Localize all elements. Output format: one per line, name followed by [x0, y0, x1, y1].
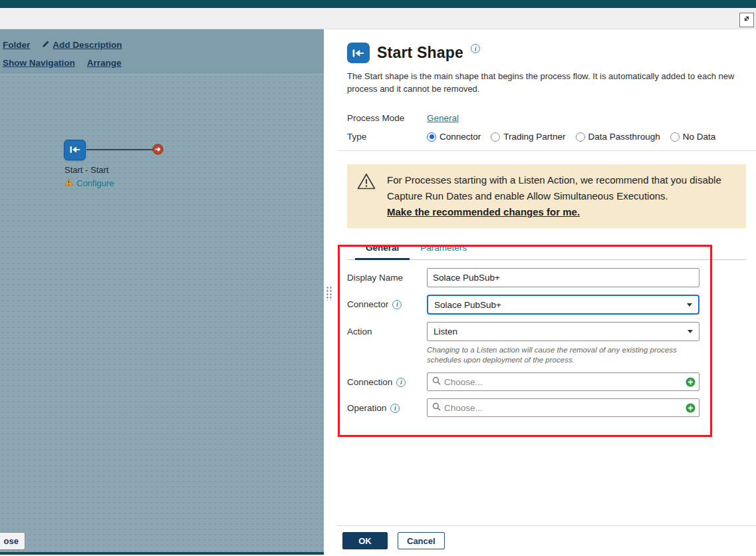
expand-diagonal-icon: [742, 14, 751, 26]
action-note: Changing to a Listen action will cause t…: [427, 345, 693, 365]
top-title-bar: [0, 0, 756, 8]
type-label: Type: [347, 132, 427, 142]
splitter-grip-icon[interactable]: [325, 285, 332, 301]
radio-button-icon: [576, 132, 585, 142]
radio-data-passthrough-label: Data Passthrough: [588, 132, 660, 142]
connector-shape-icon: [70, 144, 80, 156]
radio-button-icon: [427, 132, 436, 142]
arrow-circle-icon[interactable]: [152, 144, 164, 155]
search-icon: [432, 402, 441, 414]
display-name-row: Display Name: [347, 268, 746, 287]
radio-button-icon: [670, 132, 680, 142]
connection-row: Connection Choose...: [347, 372, 746, 391]
section-divider: [337, 150, 756, 151]
node-label: Start - Start: [64, 165, 108, 175]
general-form: Display Name Connector Solace PubSub+: [347, 268, 746, 417]
radio-trading-partner[interactable]: Trading Partner: [491, 132, 565, 142]
toolbar-strip: [0, 8, 756, 29]
type-radio-group: Connector Trading Partner Data Passthrou…: [427, 132, 715, 142]
operation-info-icon[interactable]: [390, 404, 400, 413]
panel-header: Start Shape: [347, 43, 746, 63]
connector-shape-icon: [347, 43, 370, 63]
listen-warning-banner: For Processes starting with a Listen Act…: [347, 164, 746, 228]
start-shape-node[interactable]: [64, 140, 86, 160]
title-info-icon[interactable]: [471, 44, 480, 53]
connector-label: Connector: [347, 295, 427, 309]
add-connection-button[interactable]: [686, 377, 695, 387]
action-select[interactable]: Listen: [427, 322, 699, 341]
page-title: Start Shape: [377, 43, 463, 63]
connector-info-icon[interactable]: [392, 300, 402, 309]
radio-no-data-label: No Data: [683, 132, 716, 142]
connector-row: Connector Solace PubSub+: [347, 295, 746, 315]
warning-text: For Processes starting with a Listen Act…: [387, 172, 734, 220]
search-icon: [432, 376, 441, 388]
shape-description: The Start shape is the main shape that b…: [347, 70, 738, 95]
close-button[interactable]: ose: [0, 532, 25, 550]
configure-link[interactable]: Configure: [76, 178, 114, 188]
node-configure-row: Configure: [64, 177, 114, 189]
arrange-link[interactable]: Arrange: [87, 58, 122, 68]
warning-triangle-icon: [356, 172, 376, 193]
radio-button-icon: [491, 132, 500, 142]
tab-bar: General Parameters: [347, 243, 746, 260]
radio-connector-label: Connector: [440, 132, 481, 142]
show-navigation-label: Show Navigation: [3, 58, 75, 68]
radio-data-passthrough[interactable]: Data Passthrough: [576, 132, 660, 142]
operation-placeholder: Choose...: [444, 403, 483, 413]
connector-select[interactable]: Solace PubSub+: [427, 295, 699, 315]
radio-no-data[interactable]: No Data: [670, 132, 716, 142]
pencil-icon: [42, 40, 50, 50]
tab-parameters[interactable]: Parameters: [410, 243, 477, 260]
show-navigation-link[interactable]: Show Navigation: [3, 58, 75, 68]
add-description-label: Add Description: [53, 40, 122, 50]
action-select-value: Listen: [434, 327, 457, 337]
process-mode-row: Process Mode General: [347, 113, 746, 123]
chevron-down-icon: [687, 303, 692, 307]
cancel-button[interactable]: Cancel: [398, 532, 445, 549]
warning-triangle-icon: [64, 177, 73, 189]
dialog-footer: OK Cancel: [337, 525, 756, 556]
make-changes-link[interactable]: Make the recommended changes for me.: [387, 204, 734, 220]
connection-placeholder: Choose...: [444, 377, 483, 387]
ok-button[interactable]: OK: [342, 532, 388, 549]
action-label: Action: [347, 322, 427, 337]
arrange-label: Arrange: [87, 58, 122, 68]
connection-info-icon[interactable]: [396, 378, 406, 387]
connector-line: [86, 149, 153, 150]
process-canvas: Folder Add Description Show Navigation A…: [0, 29, 324, 552]
add-operation-button[interactable]: [686, 403, 695, 413]
action-row: Action Listen Changing to a Listen actio…: [347, 322, 746, 365]
add-description-link[interactable]: Add Description: [42, 40, 122, 50]
radio-connector[interactable]: Connector: [427, 132, 481, 142]
connection-label: Connection: [347, 372, 427, 387]
warning-message: For Processes starting with a Listen Act…: [387, 174, 721, 202]
canvas-bottom-bar: [0, 552, 324, 555]
process-mode-link[interactable]: General: [427, 113, 459, 123]
folder-link[interactable]: Folder: [3, 40, 30, 50]
app-window: Folder Add Description Show Navigation A…: [0, 0, 756, 556]
tab-general[interactable]: General: [355, 243, 410, 260]
canvas-toolbar: Folder Add Description Show Navigation A…: [0, 29, 324, 74]
operation-label: Operation: [347, 398, 427, 413]
start-shape-panel: Start Shape The Start shape is the main …: [337, 29, 756, 556]
connection-chooser[interactable]: Choose...: [427, 372, 699, 391]
operation-row: Operation Choose...: [347, 398, 746, 417]
folder-link-label: Folder: [3, 40, 30, 50]
operation-chooser[interactable]: Choose...: [427, 398, 699, 417]
type-row: Type Connector Trading Partner Data Pass…: [347, 132, 746, 142]
radio-trading-partner-label: Trading Partner: [503, 132, 565, 142]
display-name-label: Display Name: [347, 268, 427, 283]
display-name-input[interactable]: [427, 268, 699, 287]
chevron-down-icon: [688, 330, 693, 333]
expand-panel-button[interactable]: [739, 13, 754, 27]
connector-select-value: Solace PubSub+: [434, 300, 501, 310]
process-mode-label: Process Mode: [347, 113, 427, 123]
